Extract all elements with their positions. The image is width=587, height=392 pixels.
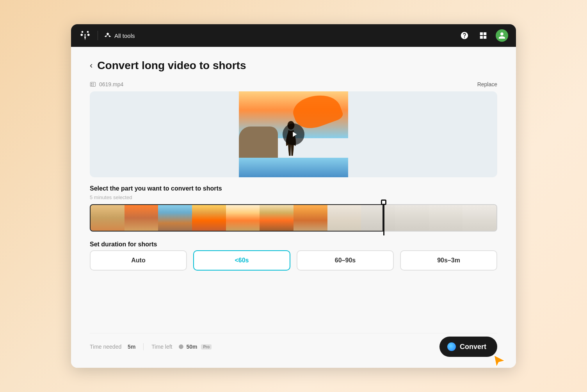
app-window: All tools ‹ Convert [71, 24, 516, 368]
timeline-frame-4 [192, 205, 226, 231]
convert-dot-icon [447, 342, 456, 351]
duration-60s-btn[interactable]: <60s [193, 250, 290, 271]
timeline-frame-6 [260, 205, 294, 231]
time-needed-value: 5m [128, 344, 135, 350]
help-icon-btn[interactable] [458, 29, 471, 42]
layout-icon-btn[interactable] [477, 29, 489, 42]
time-left-value: 50m [186, 344, 197, 350]
timeline-frame-11 [429, 205, 463, 231]
footer: Time needed 5m Time left 50m Pro [90, 333, 497, 357]
page-header: ‹ Convert long video to shorts [90, 59, 497, 72]
select-section-sub: 5 minutes selected [90, 194, 497, 200]
play-button[interactable] [283, 123, 304, 145]
svg-rect-2 [91, 85, 92, 86]
svg-rect-5 [92, 85, 94, 85]
pro-badge: Pro [201, 344, 212, 349]
timeline-frame-7 [294, 205, 327, 231]
duration-60-90s-btn[interactable]: 60–90s [297, 250, 394, 271]
timeline-frame-1 [91, 205, 125, 231]
time-needed-item: Time needed 5m [90, 344, 135, 350]
timeline-scrubber[interactable] [383, 200, 384, 235]
timeline-strip[interactable] [90, 204, 497, 232]
duration-buttons: Auto <60s 60–90s 90s–3m [90, 250, 497, 271]
svg-rect-4 [92, 84, 94, 84]
titlebar: All tools [71, 24, 516, 47]
clock-icon [178, 344, 184, 349]
back-button[interactable]: ‹ [90, 61, 92, 70]
video-preview [90, 91, 497, 177]
footer-divider [143, 343, 144, 350]
svg-rect-1 [91, 83, 92, 84]
time-left-label: Time left [151, 344, 172, 350]
select-section-label: Select the part you want to convert to s… [90, 185, 497, 192]
timeline-frame-8 [327, 205, 361, 231]
app-logo[interactable] [79, 29, 91, 42]
duration-section: Set duration for shorts Auto <60s 60–90s… [90, 241, 497, 271]
svg-rect-3 [92, 83, 94, 84]
duration-auto-btn[interactable]: Auto [90, 250, 187, 271]
convert-btn-wrapper: Convert [439, 337, 497, 357]
scrubber-handle[interactable] [381, 200, 386, 205]
time-needed-label: Time needed [90, 344, 121, 350]
timeline-container [90, 204, 497, 232]
all-tools-label: All tools [114, 32, 135, 39]
svg-rect-0 [90, 82, 95, 87]
titlebar-actions [458, 29, 508, 42]
svg-marker-8 [494, 355, 505, 367]
footer-meta: Time needed 5m Time left 50m Pro [90, 343, 212, 350]
timeline-frame-10 [395, 205, 429, 231]
convert-label: Convert [460, 343, 486, 351]
svg-rect-6 [92, 86, 94, 86]
titlebar-divider [98, 31, 98, 40]
timeline-frame-9 [361, 205, 395, 231]
replace-button[interactable]: Replace [477, 81, 497, 87]
page-title: Convert long video to shorts [97, 59, 246, 72]
filename-text: 0619.mp4 [99, 81, 123, 87]
file-name: 0619.mp4 [90, 81, 123, 87]
all-tools-nav[interactable]: All tools [104, 32, 135, 39]
main-content: ‹ Convert long video to shorts 0619.mp4 … [71, 47, 516, 368]
timeline-frame-2 [125, 205, 158, 231]
file-info-bar: 0619.mp4 Replace [90, 81, 497, 87]
cursor-arrow-icon [491, 352, 507, 368]
time-left-item: Time left 50m Pro [151, 344, 212, 350]
timeline-frame-5 [226, 205, 260, 231]
timeline-frame-12 [462, 205, 496, 231]
duration-label: Set duration for shorts [90, 241, 497, 248]
duration-90s-3m-btn[interactable]: 90s–3m [400, 250, 497, 271]
timeline-frame-3 [158, 205, 192, 231]
convert-button[interactable]: Convert [439, 337, 497, 357]
user-avatar[interactable] [496, 29, 508, 42]
